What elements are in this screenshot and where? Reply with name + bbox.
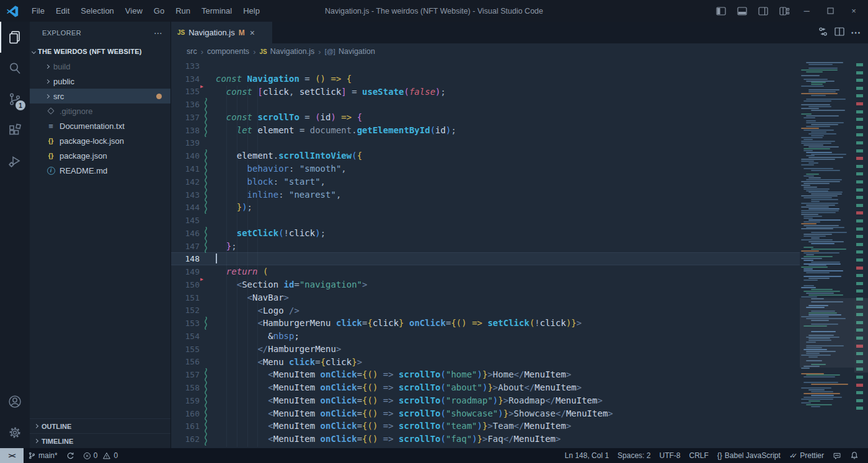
menu-edit[interactable]: Edit: [50, 4, 75, 19]
code-line-144[interactable]: 144 });: [171, 201, 800, 214]
explorer-icon[interactable]: [0, 22, 30, 53]
code-line-158[interactable]: 158 <MenuItem onClick={() => scrollTo("a…: [171, 381, 800, 394]
line-number[interactable]: 148: [171, 254, 200, 263]
line-number[interactable]: 147: [171, 242, 200, 251]
line-number[interactable]: 141: [171, 164, 200, 174]
code-line-162[interactable]: 162 <MenuItem onClick={() => scrollTo("f…: [171, 433, 800, 446]
indentation[interactable]: Spaces: 2: [613, 448, 655, 463]
code-line-141[interactable]: 141 behavior: "smooth",: [171, 162, 800, 175]
toggle-secondary-sidebar-icon[interactable]: [754, 3, 773, 19]
breadcrumb-item-components[interactable]: components: [207, 47, 249, 56]
line-number[interactable]: 142: [171, 177, 200, 187]
encoding[interactable]: UTF-8: [655, 448, 684, 463]
line-number[interactable]: 133: [171, 61, 200, 71]
line-number[interactable]: 144: [171, 203, 200, 212]
customize-layout-icon[interactable]: [775, 3, 794, 19]
outline-panel-header[interactable]: OUTLINE: [30, 418, 170, 433]
code-line-142[interactable]: 142 block: "start",: [171, 175, 800, 188]
breadcrumb-item-src[interactable]: src: [187, 47, 197, 56]
code-line-135[interactable]: 135 const [click, setClick] = useState(f…: [171, 86, 800, 99]
code-line-137[interactable]: 137 const scrollTo = (id) => {: [171, 111, 800, 124]
minimize-button[interactable]: ─: [796, 2, 817, 20]
code-line-156[interactable]: 156 <Menu click={click}>: [171, 356, 800, 369]
breadcrumb-item-navigation-js[interactable]: JSNavigation.js: [259, 47, 314, 56]
breadcrumb-item-navigation[interactable]: [@]Navigation: [325, 47, 375, 56]
extensions-icon[interactable]: [0, 115, 30, 146]
line-number[interactable]: 162: [171, 434, 200, 444]
code-line-146[interactable]: 146 setClick(!click);: [171, 227, 800, 240]
open-changes-icon[interactable]: [818, 27, 828, 39]
file-item-public[interactable]: public: [30, 74, 170, 89]
line-number[interactable]: 137: [171, 113, 200, 122]
run-and-debug-icon[interactable]: [0, 146, 30, 177]
minimap[interactable]: [800, 60, 854, 448]
end-of-line[interactable]: CRLF: [684, 448, 712, 463]
toggle-panel-icon[interactable]: [733, 3, 751, 19]
feedback-icon[interactable]: [828, 448, 846, 463]
code-line-149[interactable]: 149▶ return (: [171, 265, 800, 278]
settings-gear-icon[interactable]: [0, 417, 30, 448]
toggle-sidebar-icon[interactable]: [712, 3, 730, 19]
line-number[interactable]: 136: [171, 100, 200, 109]
editor-more-actions-icon[interactable]: ⋯: [851, 27, 861, 38]
code-line-150[interactable]: 150 <Section id="navigation">: [171, 278, 800, 291]
remote-indicator[interactable]: ><: [0, 448, 24, 463]
code-line-152[interactable]: 152 <Logo />: [171, 304, 800, 317]
code-line-153[interactable]: 153 <HamburgerMenu click={click} onClick…: [171, 317, 800, 330]
timeline-panel-header[interactable]: TIMELINE: [30, 433, 170, 448]
line-number[interactable]: 156: [171, 357, 200, 366]
line-number[interactable]: 134: [171, 74, 200, 84]
minimap-slider[interactable]: [800, 298, 854, 368]
code-line-145[interactable]: 145: [171, 214, 800, 227]
code-line-143[interactable]: 143 inline: "nearest",: [171, 188, 800, 201]
code-line-155[interactable]: 155 </HamburgerMenu>: [171, 343, 800, 356]
git-branch-status[interactable]: main*: [24, 448, 62, 463]
code-line-134[interactable]: 134▶const Navigation = () => {: [171, 73, 800, 86]
workspace-section-header[interactable]: THE WEIRDOS (NFT WEBSITE): [30, 44, 170, 59]
search-icon[interactable]: [0, 53, 30, 84]
menu-go[interactable]: Go: [148, 4, 170, 19]
line-number[interactable]: 149: [171, 267, 200, 276]
file-item-package-json[interactable]: {}package.json: [30, 148, 170, 163]
line-number[interactable]: 140: [171, 151, 200, 161]
close-tab-icon[interactable]: ×: [250, 28, 255, 38]
line-number[interactable]: 152: [171, 306, 200, 315]
code-line-139[interactable]: 139: [171, 137, 800, 150]
code-line-148[interactable]: 148: [171, 252, 800, 265]
formatter-status[interactable]: ✓✓ Prettier: [785, 448, 828, 463]
file-item-src[interactable]: src: [30, 89, 170, 104]
code-line-157[interactable]: 157 <MenuItem onClick={() => scrollTo("h…: [171, 368, 800, 381]
menu-help[interactable]: Help: [237, 4, 265, 19]
line-number[interactable]: 159: [171, 396, 200, 405]
split-editor-icon[interactable]: [835, 27, 844, 38]
code-line-159[interactable]: 159 <MenuItem onClick={() => scrollTo("r…: [171, 394, 800, 407]
line-number[interactable]: 135: [171, 87, 200, 96]
code-line-151[interactable]: 151 <NavBar>: [171, 291, 800, 304]
line-number[interactable]: 151: [171, 293, 200, 302]
menu-selection[interactable]: Selection: [75, 4, 119, 19]
menu-terminal[interactable]: Terminal: [196, 4, 237, 19]
line-number[interactable]: 139: [171, 138, 200, 148]
sync-changes[interactable]: [62, 448, 79, 463]
line-number[interactable]: 145: [171, 216, 200, 225]
problems-status[interactable]: 0 0: [79, 448, 122, 463]
file-item-documentation-txt[interactable]: ≡Documentation.txt: [30, 118, 170, 133]
line-number[interactable]: 157: [171, 370, 200, 379]
code-line-154[interactable]: 154 &nbsp;: [171, 330, 800, 343]
file-item--gitignore[interactable]: .gitignore: [30, 104, 170, 118]
file-item-build[interactable]: build: [30, 59, 170, 74]
line-number[interactable]: 153: [171, 319, 200, 328]
line-number[interactable]: 150: [171, 280, 200, 289]
cursor-position[interactable]: Ln 148, Col 1: [560, 448, 613, 463]
code-line-140[interactable]: 140 element.scrollIntoView({: [171, 149, 800, 162]
line-number[interactable]: 138: [171, 126, 200, 135]
code-line-138[interactable]: 138 let element = document.getElementByI…: [171, 124, 800, 137]
menu-file[interactable]: File: [26, 4, 50, 19]
line-number[interactable]: 146: [171, 229, 200, 238]
explorer-more-actions-icon[interactable]: ⋯: [154, 28, 163, 38]
code-line-161[interactable]: 161 <MenuItem onClick={() => scrollTo("t…: [171, 420, 800, 433]
source-control-icon[interactable]: 1: [0, 84, 30, 115]
scrollbar-overview-ruler[interactable]: [854, 60, 868, 448]
code-line-147[interactable]: 147 };: [171, 240, 800, 253]
line-number[interactable]: 143: [171, 190, 200, 200]
